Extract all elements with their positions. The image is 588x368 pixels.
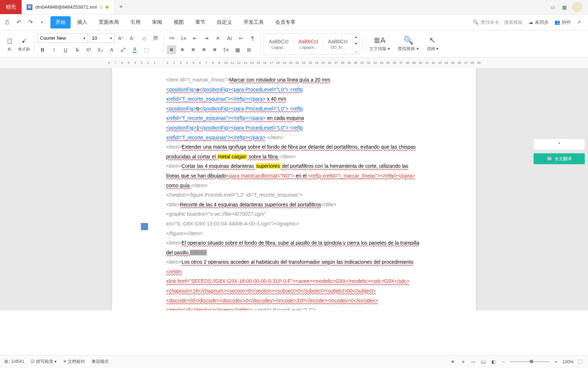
sync-status[interactable]: ☁ 未同步 [529, 19, 549, 26]
tab-page-layout[interactable]: 页面布局 [94, 16, 124, 29]
style-item-3[interactable]: AaBbCcIDO_N... [323, 34, 353, 54]
command-search[interactable]: 🔍 查找命令、搜索模板 [473, 19, 523, 26]
subscript-button[interactable]: X₂ [95, 45, 105, 55]
italic-button[interactable]: I [49, 45, 59, 55]
view-print-icon[interactable]: ≡ [459, 358, 467, 365]
sync-small-icon: ⎙ [100, 4, 103, 10]
line-break-button[interactable]: ↵ [236, 33, 246, 43]
collab-button[interactable]: 👥 协作 [554, 19, 571, 26]
numbering-button[interactable]: 1≡ [178, 33, 188, 43]
user-avatar[interactable] [572, 2, 582, 12]
magnifier-icon: 🔍 [404, 36, 413, 45]
decrease-indent-button[interactable]: ⇤ [190, 33, 200, 43]
print-icon[interactable]: ⎙ [3, 18, 12, 27]
increase-font-icon[interactable]: A⁺ [116, 33, 126, 43]
tab-start[interactable]: 开始 [50, 16, 71, 29]
collapse-panel-button[interactable]: ⌃ [533, 139, 585, 150]
compat-mode: 兼容模式 [92, 359, 109, 365]
format-painter-button[interactable]: 🖌 [19, 36, 29, 46]
tab-dev-tools[interactable]: 开发工具 [239, 16, 269, 29]
align-left-button[interactable]: ≡ [167, 45, 176, 54]
borders-button[interactable]: ⊞ [244, 45, 254, 55]
add-tab-button[interactable]: + [113, 3, 129, 11]
line-spacing-button[interactable]: ‡≡ [221, 45, 231, 55]
document-page[interactable]: <item id="i_marcar_líneas">Marcar con ro… [112, 68, 476, 310]
text-effects-button[interactable]: A [107, 45, 117, 55]
bold-button[interactable]: B [37, 45, 48, 55]
unsaved-indicator [106, 6, 108, 9]
font-size-select[interactable]: 10▾ [89, 34, 115, 43]
dropdown-icon[interactable]: ▾ [37, 18, 46, 27]
paragraph-options-icon[interactable] [141, 223, 148, 230]
translate-button[interactable]: 🔤 全文翻译 [533, 153, 585, 165]
translate-icon: 🔤 [547, 156, 552, 161]
tab-insert[interactable]: 插入 [72, 16, 92, 29]
zoom-slider[interactable] [510, 361, 549, 362]
text-layout-button[interactable]: ≣A 文字排版 ▾ [366, 36, 393, 52]
tab-view[interactable]: 视图 [169, 16, 189, 29]
align-distribute-button[interactable]: ≡ [210, 45, 219, 54]
show-marks-button[interactable]: ¶ [248, 33, 258, 43]
clear-format-icon[interactable]: ◇ [139, 33, 149, 43]
find-replace-button[interactable]: 🔍 查找替换 ▾ [394, 36, 422, 52]
strikethrough-button[interactable]: S̶ [72, 45, 82, 55]
align-justify-button[interactable]: ≡ [199, 45, 209, 54]
zoom-in-button[interactable]: + [552, 358, 560, 365]
spell-check-toggle[interactable]: ☑ 拼写检查 ▾ [31, 359, 57, 365]
style-item-2[interactable]: AaBbCcILogopor... [294, 34, 323, 54]
paste-button[interactable]: 📋 [4, 36, 14, 46]
shading-button[interactable]: ▦ [232, 45, 242, 55]
word-icon: W [27, 4, 32, 10]
zoom-out-button[interactable]: − [500, 358, 507, 365]
highlighted-text-1: metal caigan [217, 154, 247, 159]
select-button[interactable]: ↖ 选择 ▾ [423, 36, 442, 52]
app-badge[interactable]: 稻壳 [0, 0, 22, 14]
cloud-icon: ☁ [529, 19, 533, 25]
underline-button[interactable]: U [61, 45, 71, 55]
style-up[interactable]: ▴ [353, 34, 359, 40]
text-direction-button[interactable]: Aⅰ [224, 33, 235, 43]
style-expand[interactable]: ⎯ [353, 47, 359, 54]
window-layout-icon[interactable]: ▭ [549, 4, 556, 11]
view-outline-icon[interactable]: ◧ [490, 358, 497, 365]
view-read-icon[interactable]: 📖 [480, 358, 487, 365]
view-web-icon[interactable]: ▭ [469, 358, 477, 365]
bullets-button[interactable]: ⦁≡ [167, 33, 177, 43]
page-counter[interactable]: 效: 1/4541 [4, 359, 24, 365]
phonetic-icon[interactable]: 拼 [151, 33, 161, 43]
tab-custom[interactable]: 自定义 [212, 16, 237, 29]
superscript-button[interactable]: X² [84, 45, 94, 55]
fullscreen-icon[interactable]: ⛶ [576, 358, 584, 365]
style-gallery[interactable]: AaBbCcILogop... AaBbCcILogopor... AaBbCc… [264, 33, 360, 55]
view-eye-icon[interactable]: 👁 [449, 358, 456, 365]
style-item-1[interactable]: AaBbCcILogop... [264, 34, 294, 54]
redo-icon[interactable]: ↷ [26, 18, 35, 27]
document-tab[interactable]: W dm044948@8484253871.xml ⎙ [22, 0, 113, 14]
share-icon[interactable]: ↗ [577, 19, 581, 25]
increase-indent-button[interactable]: ⇥ [201, 33, 211, 43]
font-color-button[interactable]: A [130, 45, 140, 55]
sort-button[interactable]: ✕ [213, 33, 223, 43]
people-icon: 👥 [554, 19, 560, 25]
char-border-button[interactable]: ⬚ [141, 45, 151, 55]
align-right-button[interactable]: ≡ [188, 45, 198, 54]
align-center-button[interactable]: ≡ [178, 45, 187, 54]
decrease-font-icon[interactable]: A⁻ [128, 33, 138, 43]
font-family-select[interactable]: Courier New▾ [37, 34, 88, 43]
selected-text: </item> [190, 250, 207, 255]
horizontal-ruler[interactable]: 8765432112345678910111213141516171819202… [0, 58, 588, 68]
style-down[interactable]: ▾ [353, 40, 359, 47]
tab-review[interactable]: 审阅 [147, 16, 167, 29]
tab-vip[interactable]: 会员专享 [270, 16, 300, 29]
highlighted-text-2: superiores [255, 163, 280, 169]
doc-proof-button[interactable]: ✕ 文档校对 [63, 359, 85, 365]
apps-grid-icon[interactable]: ▦ [561, 4, 568, 11]
tab-chapter[interactable]: 章节 [190, 16, 210, 29]
highlight-button[interactable]: 🖍 [118, 45, 128, 55]
cursor-icon: ↖ [429, 36, 436, 45]
search-icon: 🔍 [473, 19, 478, 25]
tab-references[interactable]: 引用 [125, 16, 146, 29]
undo-icon[interactable]: ↶ [14, 18, 23, 27]
layout-icon: ≣A [374, 36, 386, 45]
zoom-level[interactable]: 100% [562, 359, 574, 364]
